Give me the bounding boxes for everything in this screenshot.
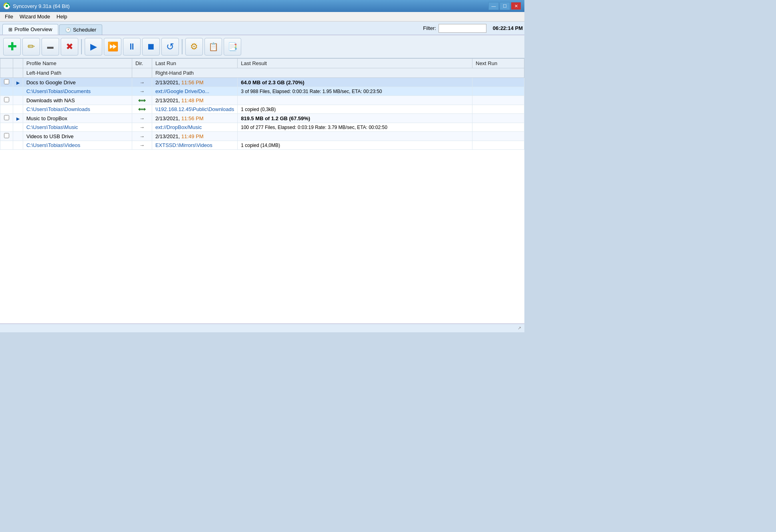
sub-empty2 <box>13 87 23 96</box>
row-dir-1: → <box>132 78 152 87</box>
row-play-3[interactable]: ▶ <box>13 114 23 123</box>
sub-result-sub-2: 1 copied (0,3kB) <box>238 105 472 114</box>
row-result-2 <box>238 96 472 105</box>
row-lastrun-2: 2/13/2021, 11:48 PM <box>152 96 237 105</box>
checkbox-4[interactable] <box>4 133 9 138</box>
run-button[interactable]: ▶ <box>85 38 102 56</box>
row-dir-2: ⟺ <box>132 96 152 105</box>
row-check-1[interactable] <box>0 78 13 87</box>
table-row-sub[interactable]: C:\Users\Tobias\Videos → EXTSSD:\Mirrors… <box>0 141 524 150</box>
sub-dir-2: ⟺ <box>132 105 152 114</box>
sub-nextrun-sub-1 <box>472 87 524 96</box>
checkbox-3[interactable] <box>4 115 9 120</box>
menu-help[interactable]: Help <box>54 13 71 20</box>
row-result-4 <box>238 132 472 141</box>
delete-button[interactable]: ✖ <box>61 38 78 56</box>
table-row[interactable]: ▶ Music to DropBox → 2/13/2021, 11:56 PM… <box>0 114 524 123</box>
stop-button[interactable]: ⏹ <box>142 38 160 56</box>
tab-profile-overview-label: Profile Overview <box>14 26 52 32</box>
subheader-dir2 <box>132 68 152 78</box>
menu-bar: File Wizard Mode Help <box>0 12 524 22</box>
run-all-button[interactable]: ⏩ <box>104 38 121 56</box>
sub-result-sub-1: 3 of 988 Files, Elapsed: 0:00:31 Rate: 1… <box>238 87 472 96</box>
pause-button[interactable]: ⏸ <box>123 38 141 56</box>
title-bar: Syncovery 9.31a (64 Bit) — ☐ ✕ <box>0 0 524 12</box>
minimize-button[interactable]: — <box>488 2 499 10</box>
sub-nextrun-sub-4 <box>472 141 524 150</box>
subheader-left-path: Left-Hand Path <box>23 68 132 78</box>
toolbar-separator-1 <box>81 39 82 54</box>
tab-bar: ⊞ Profile Overview 🕐 Scheduler Filter: 0… <box>0 22 524 35</box>
settings-button[interactable]: ⚙ <box>185 38 203 56</box>
row-result-3: 819.5 MB of 1.2 GB (67.59%) <box>238 114 472 123</box>
dir-arrow-1: → <box>139 79 145 85</box>
table-row[interactable]: Videos to USB Drive → 2/13/2021, 11:49 P… <box>0 132 524 141</box>
header-play <box>13 59 23 68</box>
result-bold-3: 819.5 MB of 1.2 GB (67.59%) <box>241 115 310 121</box>
menu-wizard-mode[interactable]: Wizard Mode <box>16 13 54 20</box>
sub-empty8 <box>13 141 23 150</box>
row-result-1: 64.0 MB of 2.3 GB (2.70%) <box>238 78 472 87</box>
sub-right-path-3: ext://DropBox/Music <box>152 123 237 132</box>
row-dir-4: → <box>132 132 152 141</box>
row-lastrun-1: 2/13/2021, 11:56 PM <box>152 78 237 87</box>
dir-arrow-2: ⟺ <box>138 97 146 103</box>
table-row-sub[interactable]: C:\Users\Tobias\Documents → ext://Google… <box>0 87 524 96</box>
checkbox-2[interactable] <box>4 97 9 102</box>
table-subheader-row: Left-Hand Path Right-Hand Path <box>0 68 524 78</box>
sub-nextrun-sub-3 <box>472 123 524 132</box>
dir-arrow-3: → <box>139 115 145 121</box>
sub-arrow-1: → <box>139 88 145 94</box>
table-container[interactable]: Profile Name Dir. Last Run Last Result N… <box>0 58 524 324</box>
row-play-4 <box>13 132 23 141</box>
sub-dir-4: → <box>132 141 152 150</box>
close-button[interactable]: ✕ <box>511 2 521 10</box>
sub-empty4 <box>13 105 23 114</box>
table-row[interactable]: ▶ Docs to Google Drive → 2/13/2021, 11:5… <box>0 78 524 87</box>
toolbar: ✚ ✏ ▬ ✖ ▶ ⏩ ⏸ ⏹ ↺ ⚙ 📋 📑 <box>0 35 524 58</box>
row-check-2[interactable] <box>0 96 13 105</box>
dir-arrow-4: → <box>139 133 145 139</box>
header-profile-name: Profile Name <box>23 59 132 68</box>
copy-button[interactable]: 📑 <box>224 38 241 56</box>
checkbox-1[interactable] <box>4 79 9 84</box>
table-row-sub[interactable]: C:\Users\Tobias\Music → ext://DropBox/Mu… <box>0 123 524 132</box>
row-play-1[interactable]: ▶ <box>13 78 23 87</box>
table-row-sub[interactable]: C:\Users\Tobias\Downloads ⟺ \\192.168.12… <box>0 105 524 114</box>
sub-dir-1: → <box>132 87 152 96</box>
add-profile-button[interactable]: ✚ <box>3 38 21 56</box>
table-header-row: Profile Name Dir. Last Run Last Result N… <box>0 59 524 68</box>
table-row[interactable]: Downloads with NAS ⟺ 2/13/2021, 11:48 PM <box>0 96 524 105</box>
menu-file[interactable]: File <box>2 13 16 20</box>
row-nextrun-4 <box>472 132 524 141</box>
filter-area: Filter: 06:22:14 PM <box>423 24 523 33</box>
tab-scheduler[interactable]: 🕐 Scheduler <box>59 24 103 35</box>
edit-button[interactable]: ✏ <box>22 38 40 56</box>
maximize-button[interactable]: ☐ <box>500 2 510 10</box>
row-name-4: Videos to USB Drive <box>23 132 132 141</box>
sub-right-path-1: ext://Google Drive/Do... <box>152 87 237 96</box>
row-check-4[interactable] <box>0 132 13 141</box>
tab-profile-overview[interactable]: ⊞ Profile Overview <box>2 24 58 35</box>
filter-input[interactable] <box>439 24 486 33</box>
lastrun-date-4: 2/13/2021, <box>155 133 180 139</box>
header-dir: Dir. <box>132 59 152 68</box>
log-button[interactable]: 📋 <box>204 38 222 56</box>
sub-right-path-2: \\192.168.12.45\Public\Downloads <box>152 105 237 114</box>
sub-arrow-4: → <box>139 142 145 148</box>
row-play-2 <box>13 96 23 105</box>
main-area: Profile Name Dir. Last Run Last Result N… <box>0 58 524 324</box>
rename-button[interactable]: ▬ <box>42 38 59 56</box>
refresh-button[interactable]: ↺ <box>161 38 179 56</box>
sub-dir-3: → <box>132 123 152 132</box>
result-bold-1: 64.0 MB of 2.3 GB (2.70%) <box>241 79 304 85</box>
row-check-3[interactable] <box>0 114 13 123</box>
lastrun-time-4: 11:49 PM <box>181 133 204 139</box>
tab-scheduler-label: Scheduler <box>73 27 97 33</box>
sub-left-path-4: C:\Users\Tobias\Videos <box>23 141 132 150</box>
row-lastrun-4: 2/13/2021, 11:49 PM <box>152 132 237 141</box>
sub-nextrun-sub-2 <box>472 105 524 114</box>
row-name-3: Music to DropBox <box>23 114 132 123</box>
row-nextrun-2 <box>472 96 524 105</box>
play-icon-1: ▶ <box>16 80 20 85</box>
